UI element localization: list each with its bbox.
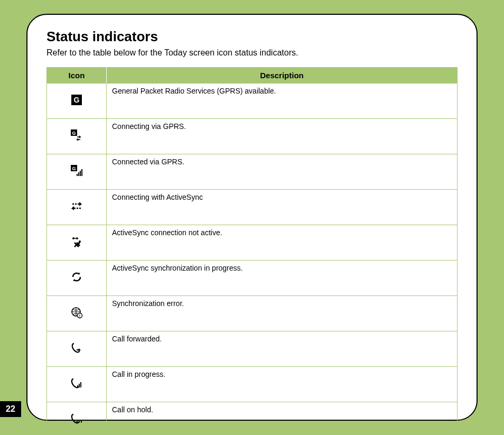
description-cell: Call in progress.: [107, 367, 458, 402]
description-cell: Call forwarded.: [107, 331, 458, 367]
icon-cell: [47, 84, 107, 119]
page-title: Status indicators: [46, 29, 458, 45]
page-number-badge: 22: [0, 401, 21, 417]
description-cell: General Packet Radio Services (GPRS) ava…: [107, 84, 458, 119]
description-cell: Connecting with ActiveSync: [107, 190, 458, 225]
icon-cell: [47, 402, 107, 436]
manual-page: Status indicators Refer to the table bel…: [26, 14, 478, 421]
icon-cell: [47, 367, 107, 402]
table-row: Call forwarded.: [47, 331, 458, 367]
table-row: Connected via GPRS.: [47, 154, 458, 190]
gprs-available-icon: [70, 94, 83, 106]
description-cell: Connected via GPRS.: [107, 154, 458, 190]
header-icon: Icon: [47, 68, 107, 84]
table-row: ActiveSync connection not active.: [47, 225, 458, 261]
icon-cell: [47, 190, 107, 225]
description-cell: Synchronization error.: [107, 296, 458, 331]
activesync-sync-icon: [70, 271, 83, 283]
icon-cell: [47, 331, 107, 367]
call-forwarded-icon: [70, 342, 83, 354]
activesync-connecting-icon: [70, 200, 83, 212]
icon-cell: [47, 296, 107, 331]
table-header-row: Icon Description: [47, 68, 458, 84]
gprs-connecting-icon: [70, 129, 83, 141]
table-row: Connecting with ActiveSync: [47, 190, 458, 225]
table-row: Call on hold.: [47, 402, 458, 436]
description-cell: ActiveSync connection not active.: [107, 225, 458, 261]
gprs-connected-icon: [70, 165, 83, 177]
table-row: Connecting via GPRS.: [47, 119, 458, 154]
icon-cell: [47, 154, 107, 190]
table-row: ActiveSync synchronization in progress.: [47, 261, 458, 296]
call-in-progress-icon: [70, 377, 83, 389]
description-cell: Call on hold.: [107, 402, 458, 436]
table-row: Synchronization error.: [47, 296, 458, 331]
description-cell: ActiveSync synchronization in progress.: [107, 261, 458, 296]
activesync-inactive-icon: [70, 236, 83, 247]
status-indicators-table: Icon Description General Packet Radio Se…: [46, 67, 458, 435]
description-cell: Connecting via GPRS.: [107, 119, 458, 154]
page-subtitle: Refer to the table below for the Today s…: [46, 48, 458, 58]
icon-cell: [47, 261, 107, 296]
call-on-hold-icon: [70, 413, 83, 424]
table-row: General Packet Radio Services (GPRS) ava…: [47, 84, 458, 119]
sync-error-icon: [70, 307, 83, 318]
icon-cell: [47, 225, 107, 261]
table-row: Call in progress.: [47, 367, 458, 402]
header-description: Description: [107, 68, 458, 84]
icon-cell: [47, 119, 107, 154]
